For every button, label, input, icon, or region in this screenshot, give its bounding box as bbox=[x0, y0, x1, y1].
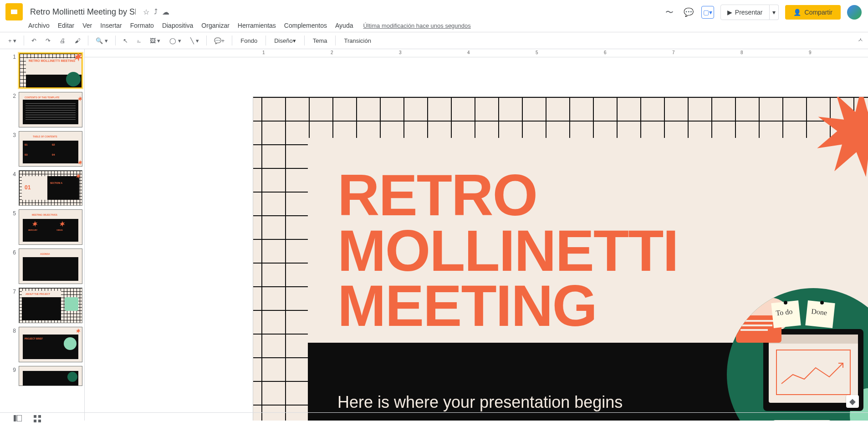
toolbar: + ▾ ↶ ↷ 🖨 🖌 🔍 ▾ ↖ ⎁ 🖼 ▾ ◯ ▾ ╲ ▾ 💬+ Fondo… bbox=[0, 32, 868, 49]
slides-logo[interactable] bbox=[5, 3, 23, 20]
svg-rect-1 bbox=[11, 10, 17, 14]
svg-marker-3 bbox=[78, 96, 83, 101]
svg-marker-7 bbox=[60, 221, 65, 227]
move-icon[interactable]: ⤴ bbox=[154, 8, 158, 16]
thumb-number: 4 bbox=[10, 171, 16, 178]
canvas-area[interactable]: 1 2 3 4 5 6 7 8 9 RETRO MOLLINETTI MEETI… bbox=[85, 49, 868, 421]
footer-bar bbox=[0, 412, 868, 426]
menu-bar: Archivo Editar Ver Insertar Formato Diap… bbox=[0, 19, 868, 32]
comments-icon[interactable]: 💬 bbox=[682, 6, 695, 19]
theme-button[interactable]: Tema bbox=[308, 35, 332, 47]
slide-thumb-6[interactable]: AGENDA bbox=[19, 248, 82, 284]
collapse-toolbar[interactable]: ㅅ bbox=[858, 36, 863, 44]
svg-rect-19 bbox=[17, 415, 22, 421]
cloud-icon[interactable]: ☁ bbox=[162, 8, 169, 16]
menu-herramientas[interactable]: Herramientas bbox=[234, 20, 280, 31]
thumb-title: CONTENTS OF THIS TEMPLATE bbox=[25, 96, 60, 99]
slide-canvas[interactable]: RETRO MOLLINETTI MEETING Here is where y… bbox=[253, 97, 868, 421]
thumb-num: 01 bbox=[25, 184, 31, 191]
menu-diapositiva[interactable]: Diapositiva bbox=[158, 20, 197, 31]
menu-ayuda[interactable]: Ayuda bbox=[332, 20, 357, 31]
document-title[interactable] bbox=[27, 6, 138, 18]
title-line-1: RETRO bbox=[337, 167, 678, 223]
star-icon[interactable]: ☆ bbox=[143, 8, 149, 16]
svg-rect-22 bbox=[34, 420, 36, 422]
title-line-3: MEETING bbox=[337, 278, 678, 334]
present-label: Presentar bbox=[735, 9, 763, 16]
svg-rect-21 bbox=[38, 415, 41, 418]
thumb-title: PROJECT BRIEF bbox=[25, 337, 43, 340]
grid-view-button[interactable] bbox=[34, 415, 43, 424]
undo-button[interactable]: ↶ bbox=[28, 35, 40, 47]
slide-thumb-1[interactable]: RETRO MOLLINETTI MEETING bbox=[19, 53, 82, 88]
thumb-title: ABOUT THE PROJECT bbox=[26, 293, 50, 295]
present-button[interactable]: ▶ Presentar bbox=[720, 5, 770, 20]
menu-ver[interactable]: Ver bbox=[79, 20, 96, 31]
present-dropdown[interactable]: ▾ bbox=[770, 5, 779, 20]
slide-thumb-3[interactable]: TABLE OF CONTENTS 01 02 03 04 bbox=[19, 131, 82, 167]
menu-organizar[interactable]: Organizar bbox=[198, 20, 233, 31]
meet-icon[interactable]: ▢▾ bbox=[701, 6, 714, 19]
thumb-title: TABLE OF CONTENTS bbox=[33, 135, 57, 138]
thumb-number: 7 bbox=[10, 289, 16, 295]
horizontal-ruler: 1 2 3 4 5 6 7 8 9 bbox=[85, 49, 868, 57]
image-tool[interactable]: 🖼 ▾ bbox=[146, 35, 164, 47]
thumb-sub: MERCURY bbox=[28, 229, 37, 231]
thumb-number: 8 bbox=[10, 328, 16, 334]
svg-rect-18 bbox=[14, 415, 16, 421]
slide-thumb-5[interactable]: MEETING OBJECTIVES MERCURY VENUS bbox=[19, 209, 82, 245]
slide-thumb-9[interactable] bbox=[19, 366, 82, 386]
explore-button[interactable]: ◆ bbox=[846, 395, 859, 408]
thumb-sub: VENUS bbox=[56, 229, 63, 231]
slide-thumb-4[interactable]: 01 SECTION A bbox=[19, 170, 82, 206]
thumb-number: 1 bbox=[10, 54, 16, 60]
svg-marker-2 bbox=[74, 53, 82, 61]
select-tool[interactable]: ↖ bbox=[119, 35, 132, 47]
slide-title: RETRO MOLLINETTI MEETING bbox=[337, 167, 678, 334]
svg-marker-9 bbox=[817, 97, 868, 177]
svg-marker-8 bbox=[76, 329, 81, 334]
menu-formato[interactable]: Formato bbox=[127, 20, 158, 31]
shape-tool[interactable]: ◯ ▾ bbox=[166, 35, 185, 47]
activity-icon[interactable]: 〜 bbox=[663, 6, 676, 19]
paint-format-button[interactable]: 🖌 bbox=[71, 35, 84, 47]
thumb-title: MEETING OBJECTIVES bbox=[32, 213, 57, 216]
share-label: Compartir bbox=[805, 9, 832, 16]
last-modification[interactable]: Última modificación hace unos segundos bbox=[363, 22, 470, 29]
menu-archivo[interactable]: Archivo bbox=[25, 20, 53, 31]
thumb-title: SECTION A bbox=[50, 182, 62, 184]
thumb-title: AGENDA bbox=[40, 253, 50, 255]
account-avatar[interactable] bbox=[847, 5, 862, 20]
slide-subtitle: Here is where your presentation begins bbox=[337, 393, 623, 412]
transition-button[interactable]: Transición bbox=[339, 35, 375, 47]
line-tool[interactable]: ╲ ▾ bbox=[187, 35, 203, 47]
menu-complementos[interactable]: Complementos bbox=[281, 20, 331, 31]
starburst-icon bbox=[813, 97, 868, 179]
slide-thumbnails-panel: 1 RETRO MOLLINETTI MEETING 2 CONTENTS OF… bbox=[0, 49, 85, 421]
slide-thumb-7[interactable]: ABOUT THE PROJECT bbox=[19, 288, 82, 323]
background-button[interactable]: Fondo bbox=[236, 35, 262, 47]
share-button[interactable]: 👤 Compartir bbox=[785, 5, 841, 20]
thumb-number: 9 bbox=[10, 367, 16, 373]
menu-insertar[interactable]: Insertar bbox=[97, 20, 125, 31]
new-slide-button[interactable]: + ▾ bbox=[5, 35, 20, 47]
zoom-button[interactable]: 🔍 ▾ bbox=[92, 35, 112, 47]
textbox-tool[interactable]: ⎁ bbox=[133, 35, 144, 47]
svg-rect-23 bbox=[38, 420, 41, 422]
thumb-number: 6 bbox=[10, 249, 16, 256]
svg-marker-6 bbox=[32, 221, 38, 227]
title-line-2: MOLLINETTI bbox=[337, 223, 678, 279]
comment-button[interactable]: 💬+ bbox=[210, 35, 229, 47]
layout-button[interactable]: Diseño▾ bbox=[270, 35, 300, 47]
svg-rect-20 bbox=[34, 415, 36, 418]
svg-marker-4 bbox=[78, 160, 83, 165]
print-button[interactable]: 🖨 bbox=[56, 35, 69, 47]
slide-thumb-8[interactable]: PROJECT BRIEF bbox=[19, 327, 82, 362]
slide-thumb-2[interactable]: CONTENTS OF THIS TEMPLATE bbox=[19, 92, 82, 127]
thumb-number: 2 bbox=[10, 93, 16, 99]
redo-button[interactable]: ↷ bbox=[42, 35, 54, 47]
thumb-number: 3 bbox=[10, 132, 16, 138]
thumb-number: 5 bbox=[10, 210, 16, 217]
filmstrip-view-button[interactable] bbox=[14, 415, 23, 424]
menu-editar[interactable]: Editar bbox=[54, 20, 78, 31]
